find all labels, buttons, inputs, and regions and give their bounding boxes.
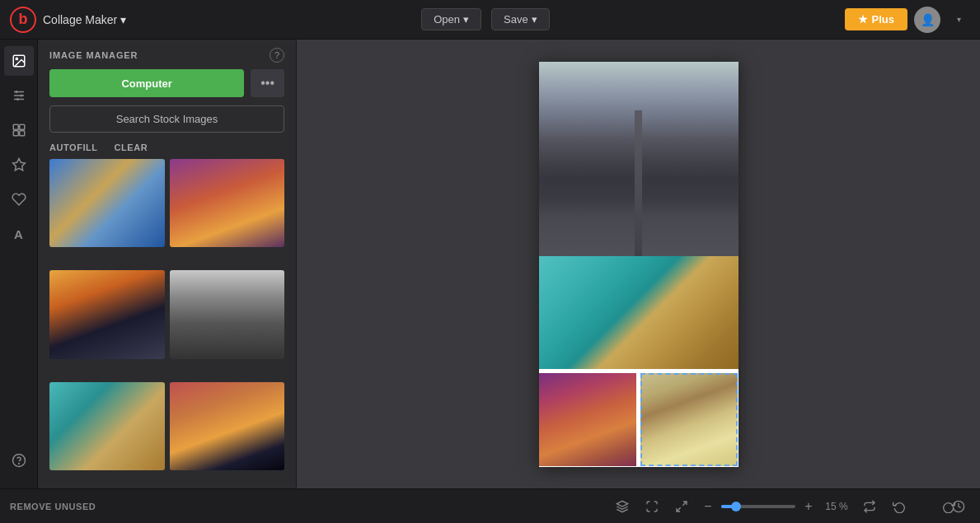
panel-upload-actions: Computer ••• xyxy=(38,69,296,105)
main-layout: A IMAGE MANAGER ? Computer ••• Search St… xyxy=(0,40,980,488)
swap-icon[interactable] xyxy=(858,495,881,518)
plus-button[interactable]: ★ Plus xyxy=(845,8,907,30)
collage-canvas[interactable] xyxy=(539,62,739,467)
save-label: Save xyxy=(504,13,528,26)
fit-to-screen-icon[interactable] xyxy=(640,495,663,518)
svg-rect-11 xyxy=(19,131,24,136)
text-icon: A xyxy=(14,227,23,241)
app-name-chevron-icon: ▾ xyxy=(120,13,126,26)
panel-help-button[interactable]: ? xyxy=(270,48,284,63)
list-item[interactable] xyxy=(170,270,285,358)
sidebar-item-text[interactable]: A xyxy=(4,219,34,249)
panel-title: IMAGE MANAGER xyxy=(49,50,138,60)
avatar-icon: 👤 xyxy=(921,13,935,26)
svg-point-1 xyxy=(16,58,17,59)
zoom-level-label: 15 % xyxy=(822,501,851,512)
app-name-menu[interactable]: Collage Maker ▾ xyxy=(43,13,126,26)
svg-rect-9 xyxy=(19,124,24,129)
sidebar-item-adjust[interactable] xyxy=(4,81,34,110)
panel-header: IMAGE MANAGER ? xyxy=(38,40,296,69)
logo-text: b xyxy=(19,11,28,28)
svg-rect-8 xyxy=(13,124,18,129)
topbar: b Collage Maker ▾ Open ▾ Save ▾ ★ Plus 👤… xyxy=(0,0,980,40)
fullscreen-icon[interactable] xyxy=(670,495,693,518)
svg-point-6 xyxy=(20,95,22,97)
collage-cell-flowers[interactable] xyxy=(640,373,739,466)
panel-help-icon: ? xyxy=(274,50,279,60)
open-button[interactable]: Open ▾ xyxy=(421,8,481,30)
open-label: Open xyxy=(434,13,460,26)
zoom-controls: − + 15 % xyxy=(700,499,851,514)
zoom-thumb[interactable] xyxy=(731,502,741,511)
remove-unused-button[interactable]: REMOVE UNUSED xyxy=(10,502,96,511)
computer-upload-button[interactable]: Computer xyxy=(49,69,244,97)
app-logo: b xyxy=(10,7,36,33)
sidebar-item-stickers[interactable] xyxy=(4,150,34,180)
image-grid xyxy=(38,159,296,488)
save-chevron-icon: ▾ xyxy=(532,13,537,26)
list-item[interactable] xyxy=(170,382,285,470)
list-item[interactable] xyxy=(49,159,165,247)
avatar[interactable]: 👤 xyxy=(914,7,940,33)
list-item[interactable] xyxy=(49,270,165,358)
sidebar-item-help[interactable] xyxy=(4,446,34,475)
avatar-chevron-icon[interactable]: ▾ xyxy=(947,8,970,31)
panel-utility-actions: AUTOFILL CLEAR xyxy=(38,141,296,159)
svg-point-5 xyxy=(15,91,17,93)
plus-label: Plus xyxy=(872,13,894,26)
collage-cell-road[interactable] xyxy=(539,62,739,256)
canvas-area[interactable] xyxy=(297,40,980,488)
redo-icon[interactable] xyxy=(917,495,940,518)
sidebar-item-favorites[interactable] xyxy=(4,184,34,214)
layers-icon[interactable] xyxy=(611,495,634,518)
left-panel: IMAGE MANAGER ? Computer ••• Search Stoc… xyxy=(38,40,297,488)
more-options-button[interactable]: ••• xyxy=(251,69,284,97)
sidebar-item-layout[interactable] xyxy=(4,115,34,145)
svg-line-16 xyxy=(677,507,681,511)
undo-icon[interactable] xyxy=(888,495,911,518)
svg-point-7 xyxy=(16,98,19,100)
zoom-out-button[interactable]: − xyxy=(700,499,716,514)
plus-star-icon: ★ xyxy=(858,13,868,26)
clear-button[interactable]: CLEAR xyxy=(115,142,148,152)
app-name-label: Collage Maker xyxy=(43,13,117,26)
svg-marker-14 xyxy=(617,501,627,507)
zoom-slider[interactable] xyxy=(721,505,795,508)
sidebar-item-images[interactable] xyxy=(4,46,34,76)
bottom-bar: REMOVE UNUSED − + 15 % xyxy=(0,488,980,523)
list-item[interactable] xyxy=(170,159,285,247)
svg-line-15 xyxy=(682,502,687,506)
open-chevron-icon: ▾ xyxy=(463,13,469,26)
search-stock-button[interactable]: Search Stock Images xyxy=(49,105,284,133)
collage-cell-teal[interactable] xyxy=(539,256,739,370)
svg-rect-10 xyxy=(13,131,18,136)
icon-bar: A xyxy=(0,40,38,488)
topbar-center: Open ▾ Save ▾ xyxy=(133,8,837,30)
collage-cell-sunset[interactable] xyxy=(539,373,637,466)
save-button[interactable]: Save ▾ xyxy=(491,8,550,30)
list-item[interactable] xyxy=(49,382,165,470)
autofill-button[interactable]: AUTOFILL xyxy=(49,142,98,152)
zoom-in-button[interactable]: + xyxy=(800,499,817,514)
